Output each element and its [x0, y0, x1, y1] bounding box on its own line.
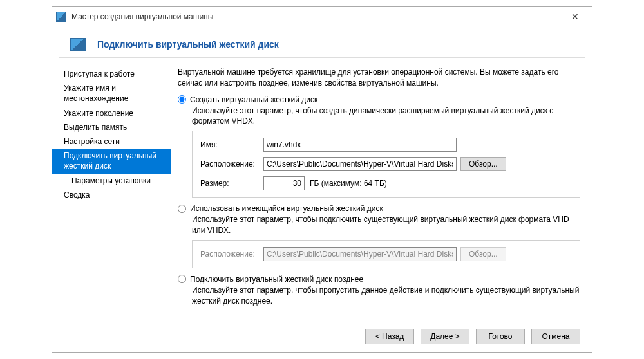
sidebar-item-name-location[interactable]: Укажите имя и местонахождение	[52, 81, 171, 106]
back-button[interactable]: < Назад	[365, 329, 414, 344]
titlebar: Мастер создания виртуальной машины ✕	[52, 7, 592, 26]
existing-location-input	[263, 247, 457, 261]
finish-button[interactable]: Готово	[476, 329, 525, 344]
intro-text: Виртуальной машине требуется хранилище д…	[178, 67, 580, 89]
radio-use-existing-label: Использовать имеющийся виртуальный жестк…	[190, 204, 383, 213]
use-existing-form: Расположение: Обзор...	[192, 240, 580, 268]
cancel-button[interactable]: Отмена	[531, 329, 580, 344]
wizard-steps-sidebar: Приступая к работе Укажите имя и местона…	[52, 60, 171, 320]
divider	[59, 57, 585, 58]
name-label: Имя:	[200, 140, 260, 149]
radio-create-vhd[interactable]	[178, 95, 186, 104]
browse-button[interactable]: Обзор...	[460, 157, 506, 171]
next-button[interactable]: Далее >	[421, 329, 469, 344]
vhd-name-input[interactable]	[263, 138, 457, 152]
radio-attach-later-label: Подключить виртуальный жесткий диск позд…	[190, 275, 363, 284]
radio-create-vhd-label: Создать виртуальный жесткий диск	[190, 95, 317, 104]
create-vhd-form: Имя: Расположение: Обзор... Размер: ГБ (…	[192, 131, 580, 198]
location-label: Расположение:	[200, 160, 260, 169]
use-existing-desc: Используйте этот параметр, чтобы подключ…	[192, 214, 580, 236]
window-title: Мастер создания виртуальной машины	[71, 12, 562, 21]
sidebar-item-summary[interactable]: Сводка	[52, 188, 171, 202]
vhd-size-input[interactable]	[263, 176, 305, 190]
wizard-body: Приступая к работе Укажите имя и местона…	[52, 60, 592, 320]
sidebar-item-memory[interactable]: Выделить память	[52, 120, 171, 134]
option-attach-later: Подключить виртуальный жесткий диск позд…	[178, 275, 580, 307]
option-create-vhd: Создать виртуальный жесткий диск Использ…	[178, 95, 580, 198]
size-unit: ГБ (максимум: 64 ТБ)	[310, 179, 387, 188]
sidebar-item-vhd[interactable]: Подключить виртуальный жесткий диск	[52, 149, 171, 173]
wizard-footer: < Назад Далее > Готово Отмена	[52, 320, 592, 352]
create-vhd-desc: Используйте этот параметр, чтобы создать…	[192, 106, 580, 127]
sidebar-item-network[interactable]: Настройка сети	[52, 134, 171, 149]
wizard-content: Виртуальной машине требуется хранилище д…	[171, 60, 592, 320]
sidebar-item-generation[interactable]: Укажите поколение	[52, 106, 171, 120]
sidebar-item-start[interactable]: Приступая к работе	[52, 67, 171, 81]
radio-use-existing[interactable]	[178, 205, 186, 213]
attach-later-desc: Используйте этот параметр, чтобы пропуст…	[192, 285, 580, 307]
existing-location-label: Расположение:	[200, 250, 260, 259]
radio-attach-later[interactable]	[178, 275, 186, 283]
size-label: Размер:	[200, 179, 260, 188]
wizard-icon	[70, 38, 86, 51]
close-icon[interactable]: ✕	[562, 8, 588, 26]
sidebar-item-install-options[interactable]: Параметры установки	[52, 174, 171, 188]
option-use-existing: Использовать имеющийся виртуальный жестк…	[178, 204, 580, 268]
vhd-location-input[interactable]	[263, 157, 457, 171]
app-icon	[56, 12, 66, 22]
wizard-dialog: Мастер создания виртуальной машины ✕ Под…	[52, 6, 592, 353]
page-title: Подключить виртуальный жесткий диск	[97, 39, 279, 50]
page-header: Подключить виртуальный жесткий диск	[52, 26, 592, 57]
existing-browse-button: Обзор...	[460, 247, 506, 261]
